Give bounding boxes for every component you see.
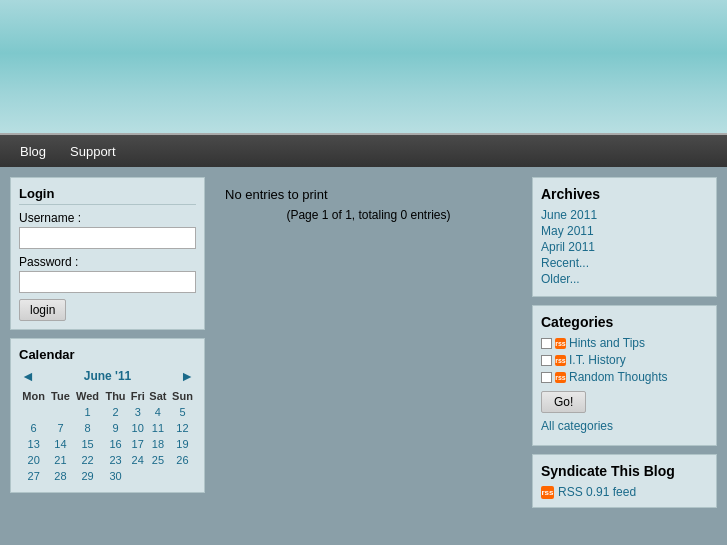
cal-day-link[interactable]: 9 <box>112 422 118 434</box>
cal-day-link[interactable]: 24 <box>132 454 144 466</box>
calendar-body: 1234567891011121314151617181920212223242… <box>19 404 196 484</box>
cal-day-link[interactable]: 19 <box>176 438 188 450</box>
cal-day-link[interactable]: 11 <box>152 422 164 434</box>
category-row: rssHints and Tips <box>541 336 708 350</box>
cal-day-link[interactable]: 12 <box>176 422 188 434</box>
cal-day-link[interactable]: 7 <box>57 422 63 434</box>
category-checkbox[interactable] <box>541 372 552 383</box>
cal-day-cell[interactable]: 22 <box>73 452 103 468</box>
cal-day-cell[interactable]: 16 <box>102 436 128 452</box>
cal-day-link[interactable]: 28 <box>54 470 66 482</box>
cal-day-cell <box>169 468 196 484</box>
cal-day-link[interactable]: 3 <box>135 406 141 418</box>
cal-day-link[interactable]: 27 <box>28 470 40 482</box>
cal-day-link[interactable]: 5 <box>179 406 185 418</box>
cal-week-row: 12345 <box>19 404 196 420</box>
category-checkbox[interactable] <box>541 355 552 366</box>
cal-day-cell[interactable]: 12 <box>169 420 196 436</box>
cal-day-link[interactable]: 16 <box>109 438 121 450</box>
login-title: Login <box>19 186 196 205</box>
cal-day-link[interactable]: 30 <box>109 470 121 482</box>
category-rss-icon: rss <box>555 372 566 383</box>
category-link[interactable]: I.T. History <box>569 353 626 367</box>
category-row: rssRandom Thoughts <box>541 370 708 384</box>
nav-blog[interactable]: Blog <box>10 140 56 163</box>
cal-day-cell[interactable]: 15 <box>73 436 103 452</box>
cal-day-link[interactable]: 10 <box>132 422 144 434</box>
cal-day-link[interactable]: 17 <box>132 438 144 450</box>
username-input[interactable] <box>19 227 196 249</box>
cal-next-button[interactable]: ► <box>178 368 196 384</box>
go-button[interactable]: Go! <box>541 391 586 413</box>
category-link[interactable]: Hints and Tips <box>569 336 645 350</box>
cal-day-cell[interactable]: 29 <box>73 468 103 484</box>
cal-day-cell[interactable]: 9 <box>102 420 128 436</box>
cal-day-cell[interactable]: 21 <box>48 452 72 468</box>
archive-link[interactable]: May 2011 <box>541 224 708 238</box>
cal-day-link[interactable]: 22 <box>81 454 93 466</box>
cal-day-cell[interactable]: 28 <box>48 468 72 484</box>
calendar-table: MonTueWedThuFriSatSun 123456789101112131… <box>19 388 196 484</box>
cal-day-link[interactable]: 20 <box>28 454 40 466</box>
cal-day-cell[interactable]: 5 <box>169 404 196 420</box>
cal-day-link[interactable]: 8 <box>84 422 90 434</box>
cal-day-link[interactable]: 18 <box>152 438 164 450</box>
cal-day-cell[interactable]: 14 <box>48 436 72 452</box>
cal-day-link[interactable]: 2 <box>112 406 118 418</box>
syndicate-widget: Syndicate This Blog rss RSS 0.91 feed <box>532 454 717 508</box>
cal-day-cell[interactable]: 3 <box>129 404 147 420</box>
password-input[interactable] <box>19 271 196 293</box>
cal-day-cell[interactable]: 18 <box>147 436 169 452</box>
calendar-month: June '11 <box>37 369 178 383</box>
cal-day-link[interactable]: 6 <box>31 422 37 434</box>
password-label: Password : <box>19 255 196 269</box>
cal-day-cell[interactable]: 13 <box>19 436 48 452</box>
cal-day-cell[interactable]: 27 <box>19 468 48 484</box>
cal-day-cell[interactable]: 23 <box>102 452 128 468</box>
cal-prev-button[interactable]: ◄ <box>19 368 37 384</box>
archive-link[interactable]: April 2011 <box>541 240 708 254</box>
cal-day-cell[interactable]: 4 <box>147 404 169 420</box>
category-link[interactable]: Random Thoughts <box>569 370 668 384</box>
archive-link[interactable]: June 2011 <box>541 208 708 222</box>
cal-day-cell[interactable]: 17 <box>129 436 147 452</box>
all-categories-link[interactable]: All categories <box>541 419 708 433</box>
cal-day-cell[interactable]: 26 <box>169 452 196 468</box>
cal-day-link[interactable]: 23 <box>109 454 121 466</box>
cal-day-cell[interactable]: 25 <box>147 452 169 468</box>
cal-day-cell[interactable]: 7 <box>48 420 72 436</box>
main-content: Login Username : Password : login Calend… <box>0 167 727 545</box>
categories-list: rssHints and TipsrssI.T. HistoryrssRando… <box>541 336 708 384</box>
cal-day-link[interactable]: 1 <box>84 406 90 418</box>
cal-day-link[interactable]: 4 <box>155 406 161 418</box>
nav-support[interactable]: Support <box>60 140 126 163</box>
cal-day-cell[interactable]: 19 <box>169 436 196 452</box>
cal-day-cell[interactable]: 10 <box>129 420 147 436</box>
calendar-box: Calendar ◄ June '11 ► MonTueWedThuFriSat… <box>10 338 205 493</box>
cal-day-link[interactable]: 26 <box>176 454 188 466</box>
cal-day-cell <box>19 404 48 420</box>
cal-day-cell[interactable]: 6 <box>19 420 48 436</box>
category-checkbox[interactable] <box>541 338 552 349</box>
cal-day-cell[interactable]: 1 <box>73 404 103 420</box>
cal-day-cell[interactable]: 24 <box>129 452 147 468</box>
cal-day-link[interactable]: 14 <box>54 438 66 450</box>
cal-week-row: 13141516171819 <box>19 436 196 452</box>
archive-link[interactable]: Older... <box>541 272 708 286</box>
cal-day-link[interactable]: 13 <box>28 438 40 450</box>
login-button[interactable]: login <box>19 299 66 321</box>
cal-day-cell[interactable]: 2 <box>102 404 128 420</box>
navbar: Blog Support <box>0 135 727 167</box>
cal-day-link[interactable]: 15 <box>81 438 93 450</box>
archive-link[interactable]: Recent... <box>541 256 708 270</box>
cal-day-link[interactable]: 21 <box>54 454 66 466</box>
rss-feed-link[interactable]: rss RSS 0.91 feed <box>541 485 708 499</box>
cal-day-link[interactable]: 25 <box>152 454 164 466</box>
cal-day-cell[interactable]: 30 <box>102 468 128 484</box>
cal-day-cell[interactable]: 8 <box>73 420 103 436</box>
category-rss-icon: rss <box>555 338 566 349</box>
cal-day-header: Fri <box>129 388 147 404</box>
cal-day-cell[interactable]: 20 <box>19 452 48 468</box>
cal-day-cell[interactable]: 11 <box>147 420 169 436</box>
cal-day-link[interactable]: 29 <box>81 470 93 482</box>
